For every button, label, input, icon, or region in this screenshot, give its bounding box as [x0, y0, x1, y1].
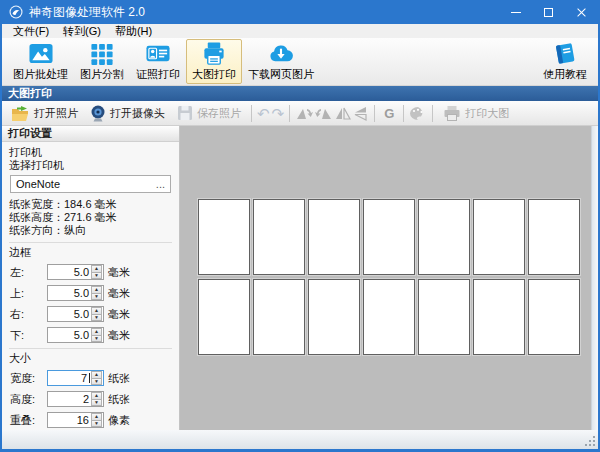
- border-top-input[interactable]: 5.0 ▲ ▼: [47, 285, 104, 301]
- menu-goto[interactable]: 转到(G): [56, 24, 108, 38]
- menu-help[interactable]: 帮助(H): [108, 24, 159, 38]
- palette-icon[interactable]: [409, 106, 427, 121]
- spin-down-button[interactable]: ▼: [91, 400, 102, 407]
- close-button[interactable]: [565, 0, 598, 24]
- border-bottom-unit: 毫米: [108, 328, 130, 343]
- save-photo-label: 保存照片: [197, 106, 241, 121]
- size-height-input[interactable]: 2 ▲ ▼: [47, 391, 104, 407]
- titlebar: 神奇图像处理软件 2.0: [2, 0, 598, 24]
- page-cell: [418, 279, 470, 355]
- border-top-row: 上: 5.0 ▲ ▼ 毫米: [10, 285, 171, 301]
- size-height-value: 2: [50, 393, 91, 405]
- border-right-input[interactable]: 5.0 ▲ ▼: [47, 306, 104, 322]
- size-width-spinner: ▲ ▼: [91, 371, 102, 385]
- border-bottom-value: 5.0: [50, 329, 91, 341]
- text-caret: [89, 373, 90, 383]
- border-group-title: 边框: [9, 246, 172, 259]
- page-cell: [528, 199, 580, 275]
- page-cell: [253, 279, 305, 355]
- flip-vertical-icon[interactable]: [353, 106, 369, 121]
- maximize-button[interactable]: [532, 0, 565, 24]
- redo-icon[interactable]: ↷: [272, 106, 285, 121]
- print-large-label: 打印大图: [465, 106, 509, 121]
- undo-icon[interactable]: ↶: [257, 106, 270, 121]
- size-width-input[interactable]: 7 ▲ ▼: [47, 370, 104, 386]
- toolbar-separator: [289, 105, 290, 122]
- size-group: 大小 宽度: 7 ▲ ▼ 纸张: [9, 348, 172, 428]
- open-photo-button[interactable]: 打开照片: [6, 104, 83, 123]
- spin-down-button[interactable]: ▼: [91, 379, 102, 386]
- grid-icon: [89, 41, 115, 66]
- statusbar: [2, 430, 598, 449]
- toolbar-separator: [432, 105, 433, 122]
- spin-down-button[interactable]: ▼: [91, 336, 102, 343]
- size-height-label: 高度:: [10, 392, 43, 407]
- border-left-input[interactable]: 5.0 ▲ ▼: [47, 264, 104, 280]
- spin-down-button[interactable]: ▼: [91, 315, 102, 322]
- overlap-value: 16: [50, 414, 91, 426]
- minimize-icon: [511, 12, 521, 13]
- batch-process-button[interactable]: 图片批处理: [7, 39, 74, 84]
- id-photo-print-button[interactable]: 证照打印: [130, 39, 186, 84]
- overlap-spinner: ▲ ▼: [91, 413, 102, 427]
- save-photo-button[interactable]: 保存照片: [172, 104, 246, 122]
- flip-horizontal-icon[interactable]: [335, 106, 351, 121]
- content-area: 打印设置 打印机 选择打印机 OneNote ... 纸张宽度：184.6 毫米…: [2, 126, 598, 430]
- page-cell: [363, 279, 415, 355]
- close-icon: [576, 7, 587, 18]
- size-width-unit: 纸张: [108, 371, 130, 386]
- spin-down-button[interactable]: ▼: [91, 421, 102, 428]
- minimize-button[interactable]: [499, 0, 532, 24]
- toolbar-separator: [374, 105, 375, 122]
- browse-printer-button[interactable]: ...: [156, 178, 165, 190]
- maximize-icon: [544, 8, 553, 17]
- tutorial-label: 使用教程: [543, 67, 587, 82]
- menu-file[interactable]: 文件(F): [6, 24, 56, 38]
- border-left-row: 左: 5.0 ▲ ▼ 毫米: [10, 264, 171, 280]
- toolbar-separator: [251, 105, 252, 122]
- border-bottom-spinner: ▲ ▼: [91, 328, 102, 342]
- overlap-input[interactable]: 16 ▲ ▼: [47, 412, 104, 428]
- print-preview-canvas[interactable]: [180, 126, 591, 430]
- page-grid: [198, 199, 580, 355]
- spin-down-button[interactable]: ▼: [91, 294, 102, 301]
- cloud-download-icon: [268, 41, 294, 66]
- size-height-spinner: ▲ ▼: [91, 392, 102, 406]
- print-large-button[interactable]: 打印大图: [438, 104, 514, 122]
- border-right-spinner: ▲ ▼: [91, 307, 102, 321]
- border-bottom-input[interactable]: 5.0 ▲ ▼: [47, 327, 104, 343]
- spin-down-button[interactable]: ▼: [91, 273, 102, 280]
- size-width-row: 宽度: 7 ▲ ▼ 纸张: [10, 370, 171, 386]
- open-camera-button[interactable]: 打开摄像头: [85, 104, 170, 123]
- photo-icon: [28, 41, 54, 66]
- split-image-label: 图片分割: [80, 67, 124, 82]
- rotate-right-icon[interactable]: [315, 106, 333, 121]
- paper-height-info: 纸张高度：271.6 毫米: [9, 211, 172, 224]
- print-large-icon: [443, 105, 461, 121]
- page-cell: [308, 199, 360, 275]
- settings-panel-header: 打印设置: [2, 126, 179, 142]
- rotate-left-icon[interactable]: [295, 106, 313, 121]
- overlap-unit: 像素: [108, 413, 130, 428]
- section-header: 大图打印: [2, 86, 598, 101]
- page-cell: [198, 279, 250, 355]
- border-right-value: 5.0: [50, 308, 91, 320]
- overlap-label: 重叠:: [10, 413, 43, 428]
- printer-select[interactable]: OneNote ...: [10, 175, 171, 193]
- app-logo-icon: [9, 5, 23, 19]
- large-print-button[interactable]: 大图打印: [186, 39, 242, 84]
- split-image-button[interactable]: 图片分割: [74, 39, 130, 84]
- size-height-row: 高度: 2 ▲ ▼ 纸张: [10, 391, 171, 407]
- overlap-row: 重叠: 16 ▲ ▼ 像素: [10, 412, 171, 428]
- page-cell: [418, 199, 470, 275]
- tutorial-button[interactable]: 使用教程: [537, 39, 593, 84]
- border-left-label: 左:: [10, 265, 43, 280]
- section-title: 大图打印: [8, 86, 52, 101]
- download-web-images-button[interactable]: 下载网页图片: [242, 39, 320, 84]
- settings-panel-body: 打印机 选择打印机 OneNote ... 纸张宽度：184.6 毫米 纸张高度…: [2, 142, 179, 430]
- border-bottom-label: 下:: [10, 328, 43, 343]
- border-bottom-row: 下: 5.0 ▲ ▼ 毫米: [10, 327, 171, 343]
- resize-grip[interactable]: [584, 435, 596, 447]
- grayscale-button[interactable]: G: [380, 106, 398, 121]
- book-icon: [552, 41, 578, 66]
